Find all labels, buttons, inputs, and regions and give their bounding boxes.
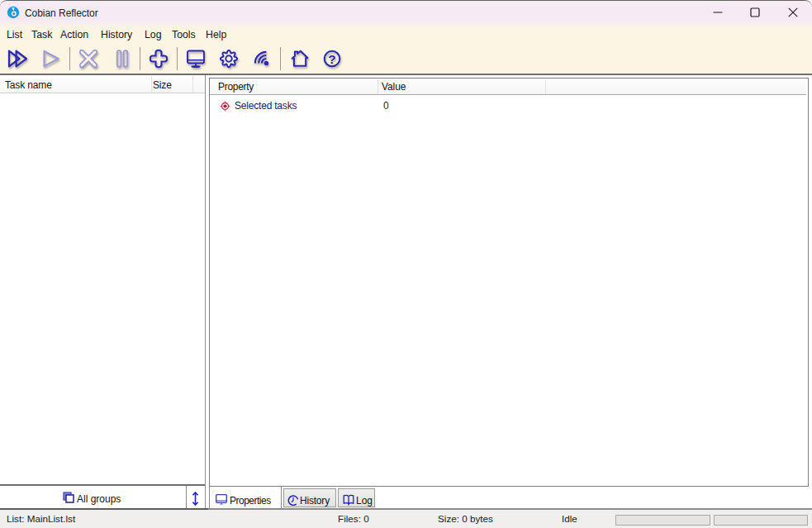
svg-text:?: ? [328,52,335,66]
